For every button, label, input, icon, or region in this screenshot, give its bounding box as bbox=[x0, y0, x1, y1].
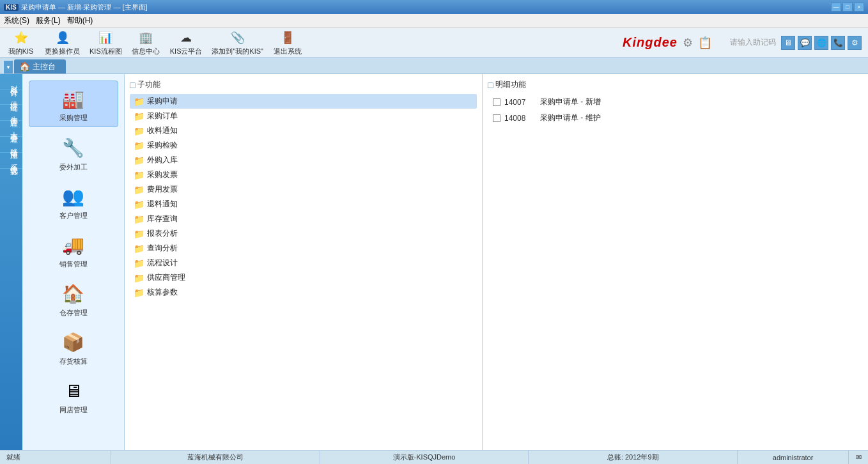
module-warehouse[interactable]: 🏠 仓存管理 bbox=[29, 276, 118, 321]
subfunc-external-purchase[interactable]: 📁 外购入库 bbox=[130, 153, 477, 167]
main-tab-label: 主控台 bbox=[33, 61, 56, 72]
detail-id-14007: 14007 bbox=[504, 98, 536, 107]
subfunc-cost-invoice[interactable]: 📁 费用发票 bbox=[130, 182, 477, 197]
subfunc-purchase-inspect[interactable]: 📁 采购检验 bbox=[130, 138, 477, 153]
window-title: 采购申请单 — 新增-采购管理 — [主界面] bbox=[21, 3, 148, 12]
chart-icon: 📊 bbox=[97, 29, 114, 47]
subfunc-label-4: 外购入库 bbox=[147, 155, 178, 166]
detail-label-14007: 采购申请单 - 新增 bbox=[540, 97, 601, 107]
toolbar-exit-label: 退出系统 bbox=[274, 47, 302, 56]
module-purchase[interactable]: 🏭 采购管理 bbox=[29, 81, 118, 127]
module-inventory[interactable]: 📦 存货核算 bbox=[29, 325, 118, 370]
toolbar-flow-chart[interactable]: 📊 KIS流程图 bbox=[89, 29, 122, 56]
top-icon-5[interactable]: ⚙ bbox=[848, 36, 862, 50]
detail-checkbox-14008[interactable] bbox=[493, 114, 500, 122]
close-button[interactable]: × bbox=[854, 3, 864, 12]
toolbar-info-label: 信息中心 bbox=[132, 47, 160, 56]
toolbar-switch-operator[interactable]: 👤 更换操作员 bbox=[45, 29, 80, 56]
top-right-bar: ⭐ 我的KIS 👤 更换操作员 📊 KIS流程图 🏢 信息中心 ☁ KIS云平台… bbox=[0, 28, 868, 58]
building-icon: 🏢 bbox=[137, 29, 155, 47]
status-demo-text: 演示版-KISQJDemo bbox=[393, 452, 456, 462]
module-webshop[interactable]: 🖥 网店管理 bbox=[29, 373, 118, 419]
folder-icon-5: 📁 bbox=[134, 170, 144, 180]
top-icon-4[interactable]: 📞 bbox=[831, 36, 845, 50]
toolbar-exit[interactable]: 🚪 退出系统 bbox=[273, 29, 302, 56]
module-customer-label: 客户管理 bbox=[59, 211, 88, 220]
detail-item-14007[interactable]: 14007 采购申请单 - 新增 bbox=[488, 94, 863, 110]
toolbar-my-kis[interactable]: ⭐ 我的KIS bbox=[6, 29, 35, 56]
folder-icon-6: 📁 bbox=[134, 185, 144, 195]
module-webshop-label: 网店管理 bbox=[59, 405, 88, 415]
menu-help[interactable]: 帮助(H) bbox=[67, 15, 93, 26]
subfunc-purchase-invoice[interactable]: 📁 采购发票 bbox=[130, 167, 477, 182]
detail-checkbox-14007[interactable] bbox=[493, 98, 500, 106]
window-controls: — □ × bbox=[831, 3, 864, 12]
subfunc-query-analysis[interactable]: 📁 查询分析 bbox=[130, 241, 477, 256]
top-icon-3[interactable]: 🌐 bbox=[814, 36, 828, 50]
subfunc-label-0: 采购申请 bbox=[147, 96, 178, 107]
status-mail[interactable]: ✉ bbox=[849, 451, 868, 464]
sub-content: □ 子功能 📁 采购申请 📁 采购订单 📁 收料通知 📁 采购检验 bbox=[125, 74, 868, 450]
top-icon-1[interactable]: 🖥 bbox=[781, 36, 795, 50]
tab-dropdown[interactable]: ▼ bbox=[4, 61, 13, 73]
inventory-icon: 📦 bbox=[60, 329, 87, 355]
subfunc-supplier-mgmt[interactable]: 📁 供应商管理 bbox=[130, 270, 477, 285]
subfunc-return-notice[interactable]: 📁 退料通知 bbox=[130, 197, 477, 212]
title-bar: KIS 采购申请单 — 新增-采购管理 — [主界面] — □ × bbox=[0, 0, 868, 14]
subfunc-label-2: 收料通知 bbox=[147, 125, 178, 136]
menu-service[interactable]: 服务(L) bbox=[36, 15, 61, 26]
subfunc-calc-params[interactable]: 📁 核算参数 bbox=[130, 285, 477, 300]
module-warehouse-label: 仓存管理 bbox=[59, 308, 88, 318]
webshop-icon: 🖥 bbox=[60, 377, 87, 404]
toolbar-flow-label: KIS流程图 bbox=[89, 47, 122, 56]
maximize-button[interactable]: □ bbox=[842, 3, 853, 12]
subfunc-purchase-request[interactable]: 📁 采购申请 bbox=[130, 94, 477, 109]
sidebar-item-finance[interactable]: 财务会计 bbox=[0, 74, 22, 90]
subfunc-label-5: 采购发票 bbox=[147, 169, 178, 180]
toolbar-cloud[interactable]: ☁ KIS云平台 bbox=[170, 29, 203, 56]
detail-item-14008[interactable]: 14008 采购申请单 - 维护 bbox=[488, 110, 863, 126]
folder-icon-10: 📁 bbox=[134, 244, 144, 254]
sidebar-item-system[interactable]: 系统设置 bbox=[0, 153, 22, 169]
folder-icon-9: 📁 bbox=[134, 229, 144, 239]
kingdee-logo: Kingdee bbox=[623, 35, 678, 50]
subfunc-flow-design[interactable]: 📁 流程设计 bbox=[130, 256, 477, 270]
minimize-button[interactable]: — bbox=[831, 3, 841, 12]
top-icon-2[interactable]: 💬 bbox=[798, 36, 812, 50]
folder-icon-11: 📁 bbox=[134, 258, 144, 268]
status-company-text: 蓝海机械有限公司 bbox=[187, 452, 244, 462]
pin-icon: 📎 bbox=[229, 29, 247, 47]
module-inventory-label: 存货核算 bbox=[59, 357, 88, 366]
module-sales[interactable]: 🚚 销售管理 bbox=[29, 228, 118, 273]
subfunc-purchase-order[interactable]: 📁 采购订单 bbox=[130, 109, 477, 123]
module-outsource[interactable]: 🔧 委外加工 bbox=[29, 130, 118, 176]
detail-label-14008: 采购申请单 - 维护 bbox=[540, 112, 601, 123]
toolbar-cloud-label: KIS云平台 bbox=[170, 47, 203, 56]
sidebar-item-hr[interactable]: 人事管理 bbox=[0, 121, 22, 137]
exit-icon: 🚪 bbox=[279, 29, 297, 47]
toolbar-info-center[interactable]: 🏢 信息中心 bbox=[132, 29, 160, 56]
main-tab[interactable]: 🏠 主控台 bbox=[14, 59, 66, 73]
menu-system[interactable]: 系统(S) bbox=[4, 15, 29, 26]
module-customer[interactable]: 👥 客户管理 bbox=[29, 179, 118, 224]
subfunc-label-9: 报表分析 bbox=[147, 228, 178, 239]
outsource-icon: 🔧 bbox=[60, 134, 87, 161]
toolbar-my-kis-label: 我的KIS bbox=[8, 47, 34, 56]
subfunc-receipt-notice[interactable]: 📁 收料通知 bbox=[130, 123, 477, 138]
folder-icon-13: 📁 bbox=[134, 288, 144, 298]
right-content: □ 子功能 📁 采购申请 📁 采购订单 📁 收料通知 📁 采购检验 bbox=[125, 74, 868, 450]
folder-icon-2: 📁 bbox=[134, 126, 144, 136]
subfunc-label-3: 采购检验 bbox=[147, 140, 178, 151]
subfunc-label-10: 查询分析 bbox=[147, 243, 178, 254]
sidebar-item-production[interactable]: 生产管理 bbox=[0, 105, 22, 121]
toolbar-add-to-mykis[interactable]: 📎 添加到"我的KIS" bbox=[212, 29, 263, 56]
status-period-text: 总账: 2012年9期 bbox=[607, 452, 659, 462]
subfunc-inventory-query[interactable]: 📁 库存查询 bbox=[130, 212, 477, 226]
status-bar: 就绪 蓝海机械有限公司 演示版-KISQJDemo 总账: 2012年9期 ad… bbox=[0, 450, 868, 464]
cloud-icon: ☁ bbox=[177, 29, 195, 47]
folder-icon-12: 📁 bbox=[134, 273, 144, 283]
sidebar-item-supply[interactable]: 供应链 bbox=[0, 90, 22, 105]
sidebar-item-mobile[interactable]: 移动应用 bbox=[0, 137, 22, 153]
toolbar-area: ⭐ 我的KIS 👤 更换操作员 📊 KIS流程图 🏢 信息中心 ☁ KIS云平台… bbox=[6, 29, 302, 56]
subfunc-report-analysis[interactable]: 📁 报表分析 bbox=[130, 226, 477, 241]
